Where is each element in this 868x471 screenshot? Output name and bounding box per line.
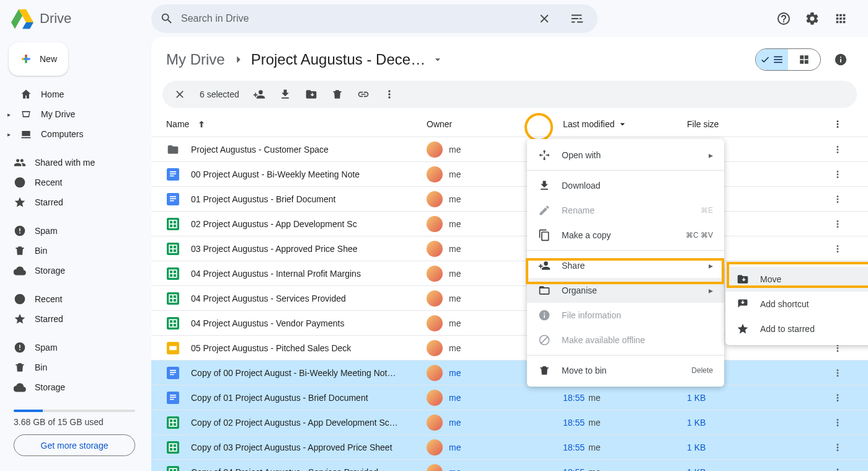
- file-name: Copy of 00 Project August - Bi-Weekly Me…: [191, 368, 427, 378]
- sidebar-item-shared[interactable]: Shared with me: [5, 153, 144, 173]
- plus-icon: [20, 52, 32, 66]
- sidebar-item-label: Starred: [35, 314, 63, 324]
- file-row[interactable]: 00 Project August - Bi-Weekly Meeting No…: [151, 161, 868, 186]
- row-more-button[interactable]: [832, 467, 857, 472]
- link-button[interactable]: [352, 83, 374, 105]
- settings-icon[interactable]: [800, 6, 825, 31]
- search-input[interactable]: [181, 13, 525, 24]
- star-icon: [14, 313, 26, 325]
- submenu-arrow-icon: ▸: [709, 150, 713, 160]
- file-row[interactable]: Copy of 00 Project August - Bi-Weekly Me…: [151, 360, 868, 385]
- file-row[interactable]: Copy of 02 Project Augustus - App Develo…: [151, 410, 868, 434]
- sidebar-item-spam[interactable]: Spam: [5, 221, 144, 241]
- delete-button[interactable]: [326, 83, 348, 105]
- get-storage-button[interactable]: Get more storage: [14, 434, 135, 456]
- sidebar-item-bin-2[interactable]: Bin: [5, 357, 144, 377]
- owner-text: me: [449, 219, 461, 229]
- dropdown-icon[interactable]: [617, 119, 628, 130]
- menu-offline: Make available offline: [527, 328, 724, 352]
- menu-label: Download: [562, 181, 600, 191]
- bin-icon: [14, 361, 26, 374]
- row-more-button[interactable]: [832, 243, 857, 254]
- sidebar-item-starred[interactable]: Starred: [5, 192, 144, 212]
- menu-download[interactable]: Download: [527, 173, 724, 198]
- sidebar-item-my-drive[interactable]: ▸My Drive: [5, 104, 144, 124]
- column-options-button[interactable]: [832, 119, 857, 130]
- sort-arrow-up-icon[interactable]: [197, 119, 206, 129]
- submenu-add-shortcut[interactable]: Add shortcut^⌘R: [725, 292, 868, 316]
- row-more-button[interactable]: [832, 169, 857, 180]
- menu-open-with[interactable]: Open with▸: [527, 143, 724, 168]
- row-more-button[interactable]: [832, 417, 857, 428]
- apps-icon[interactable]: [828, 6, 853, 31]
- modified-cell: 18:55me: [563, 467, 687, 472]
- organise-submenu: Move⌥⌘M Add shortcut^⌘R Add to starred⌥⌘…: [725, 263, 868, 345]
- row-more-button[interactable]: [832, 392, 857, 403]
- modified-cell: 18:55me: [563, 418, 687, 428]
- sidebar-item-bin[interactable]: Bin: [5, 241, 144, 261]
- file-row[interactable]: Project Augustus - Customer Spaceme0me—: [151, 137, 868, 161]
- breadcrumb-dropdown-icon[interactable]: [432, 53, 444, 66]
- avatar: [427, 241, 443, 257]
- download-button[interactable]: [274, 83, 296, 105]
- file-row[interactable]: Copy of 03 Project Augustus - Approved P…: [151, 434, 868, 459]
- avatar: [427, 365, 443, 381]
- owner-text: me: [449, 368, 461, 378]
- sidebar-item-home[interactable]: Home: [5, 84, 144, 104]
- submenu-add-starred[interactable]: Add to starred⌥⌘S: [725, 316, 868, 341]
- breadcrumb-root[interactable]: My Drive: [166, 51, 225, 68]
- clear-search-icon[interactable]: [532, 6, 557, 31]
- menu-organise[interactable]: Organise▸: [527, 278, 724, 303]
- new-button[interactable]: New: [9, 42, 68, 76]
- row-more-button[interactable]: [832, 442, 857, 453]
- col-owner[interactable]: Owner: [427, 119, 452, 129]
- file-name: Copy of 03 Project Augustus - Approved P…: [191, 442, 427, 452]
- avatar: [427, 315, 443, 331]
- size-cell: 1 KB: [687, 442, 811, 452]
- row-more-button[interactable]: [832, 367, 857, 379]
- sidebar-item-recent-2[interactable]: Recent: [5, 289, 144, 309]
- sidebar-item-computers[interactable]: ▸Computers: [5, 124, 144, 144]
- file-row[interactable]: 02 Project Augustus - App Development Sc…: [151, 211, 868, 236]
- file-row[interactable]: 03 Project Augustus - Approved Price She…: [151, 236, 868, 261]
- row-more-button[interactable]: [832, 144, 857, 155]
- list-view-button[interactable]: [756, 49, 788, 70]
- row-more-button[interactable]: [832, 218, 857, 230]
- menu-make-copy[interactable]: Make a copy⌘C ⌘V: [527, 223, 724, 248]
- search-options-icon[interactable]: [564, 6, 589, 31]
- sidebar-item-label: Spam: [35, 343, 58, 352]
- owner-text: me: [449, 294, 461, 303]
- help-icon[interactable]: [771, 6, 796, 31]
- sidebar-item-storage[interactable]: Storage: [5, 261, 144, 280]
- col-name[interactable]: Name: [166, 119, 189, 129]
- sidebar-item-label: Computers: [41, 129, 83, 139]
- menu-move-to-bin[interactable]: Move to binDelete: [527, 358, 724, 383]
- file-row[interactable]: Copy of 04 Project Augustus - Services P…: [151, 459, 868, 471]
- column-headers: Name Owner Last modified File size: [151, 112, 868, 137]
- docs-icon: [166, 366, 180, 380]
- info-icon[interactable]: [828, 47, 853, 72]
- menu-share[interactable]: Share▸: [527, 253, 724, 278]
- file-name: 02 Project Augustus - App Development Sc: [191, 219, 427, 229]
- sidebar-item-starred-2[interactable]: Starred: [5, 309, 144, 329]
- row-more-button[interactable]: [832, 194, 857, 205]
- col-size[interactable]: File size: [687, 119, 719, 129]
- file-row[interactable]: 01 Project Augustus - Brief Documentme1m…: [151, 186, 868, 211]
- more-actions-button[interactable]: [378, 83, 401, 105]
- submenu-move[interactable]: Move⌥⌘M: [725, 267, 868, 292]
- share-button[interactable]: [248, 83, 270, 105]
- spam-icon: [14, 225, 26, 237]
- col-modified[interactable]: Last modified: [563, 119, 614, 129]
- deselect-button[interactable]: [169, 83, 191, 105]
- drive-logo-icon: [10, 7, 35, 30]
- file-row[interactable]: Copy of 01 Project Augustus - Brief Docu…: [151, 385, 868, 410]
- grid-view-button[interactable]: [788, 49, 820, 70]
- storage-used-text: 3.68 GB of 15 GB used: [5, 417, 144, 427]
- file-name: 05 Project Augustus - Pitched Sales Deck: [191, 343, 427, 353]
- search-bar[interactable]: [151, 4, 598, 33]
- sidebar-item-storage-2[interactable]: Storage: [5, 377, 144, 397]
- breadcrumb-current[interactable]: Project Augustus - Dece…: [251, 51, 425, 68]
- sidebar-item-spam-2[interactable]: Spam: [5, 338, 144, 357]
- move-button[interactable]: [300, 83, 322, 105]
- sidebar-item-recent[interactable]: Recent: [5, 173, 144, 192]
